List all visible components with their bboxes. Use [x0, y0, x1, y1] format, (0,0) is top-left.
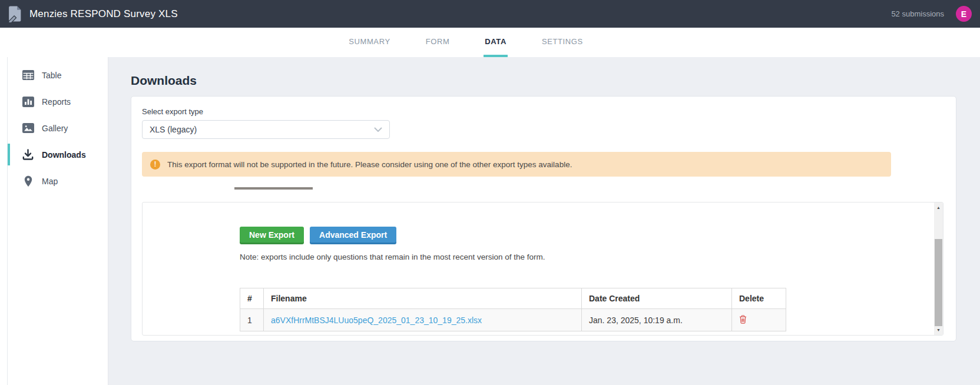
- export-type-value: XLS (legacy): [150, 125, 197, 134]
- trash-icon: [739, 315, 747, 326]
- page-title: Downloads: [131, 74, 956, 88]
- download-icon: [22, 148, 34, 161]
- header-num: #: [240, 288, 264, 309]
- tab-form[interactable]: FORM: [425, 28, 451, 57]
- sidebar-item-label: Reports: [42, 97, 71, 107]
- submissions-count: 52 submissions: [891, 9, 944, 18]
- sidebar-item-label: Gallery: [42, 124, 68, 133]
- active-indicator: [8, 144, 10, 165]
- cell-delete: [732, 309, 786, 331]
- gallery-icon: [22, 122, 34, 134]
- exports-note: Note: exports include only questions tha…: [240, 253, 943, 261]
- deprecation-warning-banner: ! This export format will not be support…: [142, 152, 891, 177]
- reports-icon: [22, 95, 34, 108]
- sidebar-item-downloads[interactable]: Downloads: [8, 141, 108, 168]
- advanced-export-button[interactable]: Advanced Export: [310, 227, 396, 243]
- header-delete: Delete: [732, 288, 786, 309]
- sidebar-item-label: Downloads: [42, 150, 86, 160]
- cell-date-created: Jan. 23, 2025, 10:19 a.m.: [582, 309, 732, 331]
- tab-data[interactable]: DATA: [484, 28, 508, 57]
- sidebar: Table Reports Gallery: [0, 28, 108, 385]
- table-row: 1 a6VXfHrrMtBSJ4LUuo5peQ_2025_01_23_10_1…: [240, 309, 786, 331]
- form-tabbar: SUMMARY FORM DATA SETTINGS: [0, 28, 980, 57]
- vertical-scrollbar[interactable]: ▲ ▼: [934, 203, 943, 335]
- avatar[interactable]: E: [956, 6, 972, 22]
- delete-export-button[interactable]: [739, 315, 747, 326]
- new-export-button[interactable]: New Export: [240, 227, 304, 243]
- cell-num: 1: [240, 309, 264, 331]
- app-header: Menzies RESPOND Survey XLS 52 submission…: [0, 0, 980, 28]
- tab-settings[interactable]: SETTINGS: [541, 28, 584, 57]
- export-type-label: Select export type: [142, 107, 945, 116]
- table-header-row: # Filename Date Created Delete: [240, 288, 786, 309]
- project-form-icon: [6, 5, 24, 24]
- legacy-exports-panel: New Export Advanced Export Note: exports…: [142, 202, 943, 336]
- project-title: Menzies RESPOND Survey XLS: [29, 8, 178, 20]
- table-icon: [22, 69, 34, 81]
- export-type-select[interactable]: XLS (legacy): [142, 120, 390, 139]
- sidebar-item-label: Table: [42, 71, 61, 80]
- downloads-card: Select export type XLS (legacy) ! This e…: [131, 96, 956, 341]
- scrollbar-thumb[interactable]: [935, 239, 942, 326]
- chevron-down-icon: [374, 127, 382, 132]
- sidebar-item-map[interactable]: Map: [8, 168, 108, 194]
- header-date-created: Date Created: [582, 288, 732, 309]
- cell-filename: a6VXfHrrMtBSJ4LUuo5peQ_2025_01_23_10_19_…: [264, 309, 582, 331]
- main-content: Downloads Select export type XLS (legacy…: [108, 57, 980, 385]
- sidebar-item-table[interactable]: Table: [8, 62, 108, 88]
- header-filename: Filename: [264, 288, 582, 309]
- sidebar-item-reports[interactable]: Reports: [8, 88, 108, 115]
- tab-summary[interactable]: SUMMARY: [347, 28, 391, 57]
- warning-text: This export format will not be supported…: [167, 160, 572, 169]
- export-file-link[interactable]: a6VXfHrrMtBSJ4LUuo5peQ_2025_01_23_10_19_…: [271, 316, 482, 325]
- exclamation-circle-icon: !: [150, 160, 160, 170]
- exports-table: # Filename Date Created Delete 1 a6VXfHr…: [240, 288, 786, 331]
- sidebar-item-label: Map: [42, 177, 58, 186]
- clipped-text-fragment: [234, 187, 313, 190]
- map-pin-icon: [22, 175, 34, 187]
- scroll-up-arrow-icon[interactable]: ▲: [934, 203, 943, 213]
- scroll-down-arrow-icon[interactable]: ▼: [934, 325, 943, 335]
- sidebar-item-gallery[interactable]: Gallery: [8, 115, 108, 141]
